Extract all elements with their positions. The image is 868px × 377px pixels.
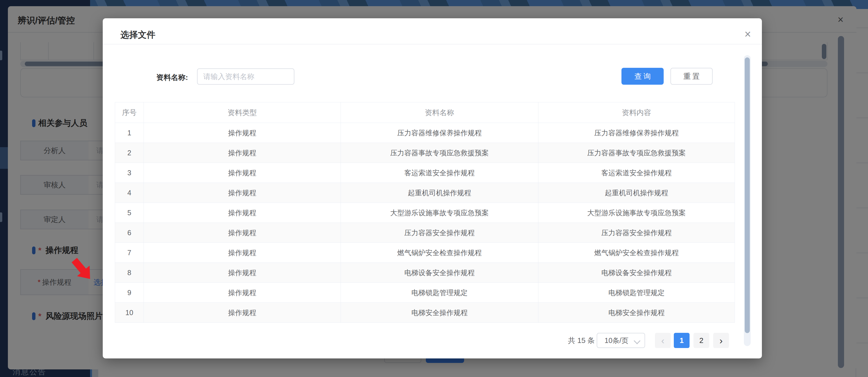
column-header-content: 资料内容 — [538, 102, 735, 123]
table-cell: 电梯设备安全操作规程 — [341, 263, 538, 283]
column-header-type: 资料类型 — [144, 102, 341, 123]
table-row[interactable]: 4操作规程起重机司机操作规程起重机司机操作规程 — [115, 183, 735, 203]
page-size-select[interactable]: 10条/页 — [597, 333, 645, 348]
page-button-2[interactable]: 2 — [693, 333, 709, 348]
divider — [103, 44, 762, 44]
table-cell: 操作规程 — [144, 223, 341, 243]
table-cell: 起重机司机操作规程 — [341, 183, 538, 203]
table-cell: 操作规程 — [144, 143, 341, 163]
table-row[interactable]: 10操作规程电梯安全操作规程电梯安全操作规程 — [115, 303, 735, 323]
material-name-input[interactable]: 请输入资料名称 — [197, 68, 294, 85]
table-cell: 6 — [115, 223, 144, 243]
table-cell: 8 — [115, 263, 144, 283]
prev-page-button[interactable]: ‹ — [655, 333, 671, 348]
table-cell: 9 — [115, 283, 144, 303]
table-cell: 10 — [115, 303, 144, 323]
table-cell: 压力容器事故专项应急救援预案 — [538, 143, 735, 163]
table-cell: 大型游乐设施事故专项应急预案 — [538, 203, 735, 223]
table-cell: 压力容器事故专项应急救援预案 — [341, 143, 538, 163]
table-cell: 操作规程 — [144, 163, 341, 183]
modal-scrollbar-thumb[interactable] — [745, 57, 750, 333]
table-cell: 大型游乐设施事故专项应急预案 — [341, 203, 538, 223]
chevron-down-icon — [633, 337, 640, 344]
table-cell: 电梯锁匙管理规定 — [538, 283, 735, 303]
pagination-total: 共 15 条 — [568, 336, 595, 345]
table-cell: 2 — [115, 143, 144, 163]
table-cell: 燃气锅炉安全检查操作规程 — [538, 243, 735, 263]
table-cell: 4 — [115, 183, 144, 203]
table-cell: 操作规程 — [144, 203, 341, 223]
table-row[interactable]: 8操作规程电梯设备安全操作规程电梯设备安全操作规程 — [115, 263, 735, 283]
table-cell: 客运索道安全操作规程 — [538, 163, 735, 183]
table-cell: 操作规程 — [144, 283, 341, 303]
table-cell: 操作规程 — [144, 263, 341, 283]
table-cell: 操作规程 — [144, 303, 341, 323]
next-page-button[interactable]: › — [713, 333, 729, 348]
table-cell: 3 — [115, 163, 144, 183]
modal-title: 选择文件 — [120, 29, 155, 41]
annotation-arrow-icon — [67, 255, 97, 284]
table-row[interactable]: 7操作规程燃气锅炉安全检查操作规程燃气锅炉安全检查操作规程 — [115, 243, 735, 263]
file-table: 序号 资料类型 资料名称 资料内容 1操作规程压力容器维修保养操作规程压力容器维… — [115, 102, 735, 323]
table-cell: 电梯锁匙管理规定 — [341, 283, 538, 303]
table-cell: 操作规程 — [144, 183, 341, 203]
close-icon[interactable]: × — [744, 28, 751, 40]
table-row[interactable]: 6操作规程压力容器安全操作规程压力容器安全操作规程 — [115, 223, 735, 243]
table-row[interactable]: 1操作规程压力容器维修保养操作规程压力容器维修保养操作规程 — [115, 123, 735, 143]
table-cell: 压力容器维修保养操作规程 — [538, 123, 735, 143]
table-cell: 压力容器维修保养操作规程 — [341, 123, 538, 143]
table-cell: 压力容器安全操作规程 — [538, 223, 735, 243]
table-cell: 7 — [115, 243, 144, 263]
query-button[interactable]: 查询 — [621, 68, 664, 85]
table-row[interactable]: 2操作规程压力容器事故专项应急救援预案压力容器事故专项应急救援预案 — [115, 143, 735, 163]
column-header-name: 资料名称 — [341, 102, 538, 123]
table-row[interactable]: 5操作规程大型游乐设施事故专项应急预案大型游乐设施事故专项应急预案 — [115, 203, 735, 223]
table-cell: 客运索道安全操作规程 — [341, 163, 538, 183]
page-size-value: 10条/页 — [604, 336, 628, 345]
table-cell: 操作规程 — [144, 243, 341, 263]
table-cell: 起重机司机操作规程 — [538, 183, 735, 203]
table-row[interactable]: 9操作规程电梯锁匙管理规定电梯锁匙管理规定 — [115, 283, 735, 303]
table-cell: 电梯设备安全操作规程 — [538, 263, 735, 283]
table-cell: 燃气锅炉安全检查操作规程 — [341, 243, 538, 263]
table-cell: 1 — [115, 123, 144, 143]
select-file-modal: 选择文件 × 资料名称: 请输入资料名称 查询 重置 序号 资料类型 资料名称 … — [103, 18, 762, 358]
material-name-label: 资料名称: — [149, 72, 188, 83]
table-cell: 电梯安全操作规程 — [538, 303, 735, 323]
column-header-no: 序号 — [115, 102, 144, 123]
table-cell: 压力容器安全操作规程 — [341, 223, 538, 243]
page-button-1[interactable]: 1 — [674, 333, 689, 348]
reset-button[interactable]: 重置 — [671, 68, 713, 85]
table-cell: 5 — [115, 203, 144, 223]
table-row[interactable]: 3操作规程客运索道安全操作规程客运索道安全操作规程 — [115, 163, 735, 183]
table-cell: 电梯安全操作规程 — [341, 303, 538, 323]
table-header-row: 序号 资料类型 资料名称 资料内容 — [115, 102, 735, 123]
table-cell: 操作规程 — [144, 123, 341, 143]
